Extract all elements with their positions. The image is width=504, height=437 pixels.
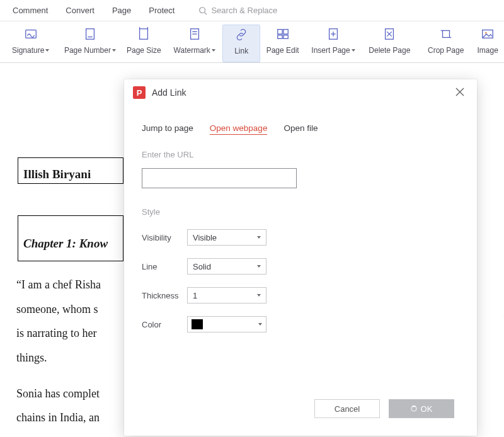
visibility-label: Visibility [142, 233, 187, 242]
svg-rect-3 [86, 29, 94, 40]
page-size-icon [137, 27, 151, 41]
visibility-value: Visible [193, 233, 217, 242]
insert-page-icon [326, 27, 340, 41]
svg-rect-9 [277, 30, 282, 34]
ribbon-crop-page-label: Crop Page [428, 46, 464, 55]
menu-tabs: Comment Convert Page Protect Search & Re… [0, 0, 504, 21]
document-title-box: Illish Biryani [18, 157, 123, 184]
spinner-icon [411, 406, 417, 412]
crop-page-icon [439, 27, 453, 41]
chapter-title-box: Chapter 1: Know [18, 215, 123, 261]
svg-rect-11 [277, 35, 282, 39]
tab-convert[interactable]: Convert [66, 6, 94, 15]
thickness-select[interactable]: 1 [187, 287, 266, 304]
url-label: Enter the URL [142, 150, 459, 159]
tab-protect[interactable]: Protect [149, 6, 175, 15]
ribbon-crop-page[interactable]: Crop Page [418, 25, 474, 62]
caret-down-icon [112, 49, 116, 52]
ribbon-signature[interactable]: Signature [3, 25, 59, 62]
dialog-titlebar: P Add Link [124, 79, 477, 106]
app-logo-icon: P [133, 86, 146, 99]
add-link-dialog: P Add Link Jump to page Open webpage Ope… [124, 79, 477, 436]
ribbon-delete-page[interactable]: Delete Page [362, 25, 418, 62]
ribbon-page-edit[interactable]: Page Edit [260, 25, 305, 62]
ribbon-page-edit-label: Page Edit [266, 46, 299, 55]
svg-line-1 [205, 12, 207, 14]
watermark-icon [188, 27, 202, 41]
style-section-label: Style [142, 207, 459, 217]
url-input[interactable] [142, 168, 297, 188]
thickness-label: Thickness [142, 291, 187, 300]
tab-page[interactable]: Page [112, 6, 131, 15]
svg-rect-19 [442, 31, 449, 38]
svg-rect-12 [284, 35, 288, 39]
delete-page-icon [382, 27, 396, 41]
ribbon-image-label: Image [478, 46, 498, 55]
ribbon-toolbar: Signature Page Number Page Size Watermar… [0, 21, 504, 63]
ribbon-watermark[interactable]: Watermark [166, 25, 222, 62]
page-edit-icon [276, 27, 290, 41]
close-button[interactable] [452, 84, 468, 102]
cancel-button[interactable]: Cancel [314, 399, 380, 418]
svg-rect-2 [25, 30, 36, 38]
subtab-open-file[interactable]: Open file [284, 123, 318, 135]
dialog-title: Add Link [152, 88, 186, 98]
ok-button-label: OK [421, 404, 433, 414]
signature-icon [24, 27, 38, 41]
subtab-jump-to-page[interactable]: Jump to page [142, 123, 193, 135]
ribbon-page-number-label: Page Number [64, 46, 111, 55]
caret-down-icon [45, 49, 49, 52]
subtab-open-webpage[interactable]: Open webpage [210, 123, 268, 135]
line-value: Solid [193, 262, 211, 271]
ribbon-delete-page-label: Delete Page [369, 46, 410, 55]
svg-rect-10 [284, 30, 288, 34]
ribbon-watermark-label: Watermark [174, 46, 210, 55]
ribbon-page-size-label: Page Size [127, 46, 161, 55]
svg-point-0 [200, 7, 205, 13]
dialog-body: Jump to page Open webpage Open file Ente… [124, 106, 477, 399]
ribbon-insert-page-label: Insert Page [311, 46, 350, 55]
line-select[interactable]: Solid [187, 258, 266, 275]
caret-down-icon [258, 323, 262, 326]
ribbon-link[interactable]: Link [222, 25, 260, 62]
visibility-select[interactable]: Visible [187, 229, 266, 246]
ribbon-link-label: Link [234, 47, 248, 55]
caret-down-icon [212, 49, 215, 52]
tab-comment[interactable]: Comment [13, 6, 48, 15]
caret-down-icon [352, 49, 355, 52]
page-number-icon [83, 27, 97, 41]
search-icon [198, 6, 207, 15]
svg-point-23 [485, 32, 487, 34]
ribbon-page-number[interactable]: Page Number [59, 25, 121, 62]
color-swatch [192, 319, 203, 329]
svg-rect-5 [140, 29, 148, 40]
search-replace-label: Search & Replace [211, 6, 277, 15]
link-icon [234, 28, 248, 42]
link-type-tabs: Jump to page Open webpage Open file [142, 123, 459, 135]
caret-down-icon [257, 294, 261, 297]
caret-down-icon [257, 236, 261, 239]
image-icon [481, 27, 495, 41]
thickness-value: 1 [193, 291, 197, 300]
caret-down-icon [257, 265, 261, 268]
search-replace[interactable]: Search & Replace [198, 6, 277, 15]
dialog-footer: Cancel OK [124, 399, 477, 436]
ribbon-page-size[interactable]: Page Size [122, 25, 166, 62]
line-label: Line [142, 262, 187, 271]
ok-button[interactable]: OK [389, 399, 454, 418]
ribbon-signature-label: Signature [12, 46, 44, 55]
color-label: Color [142, 320, 187, 329]
ribbon-image[interactable]: Image [474, 25, 501, 62]
close-icon [455, 88, 464, 96]
ribbon-insert-page[interactable]: Insert Page [305, 25, 361, 62]
color-select[interactable] [187, 316, 266, 332]
